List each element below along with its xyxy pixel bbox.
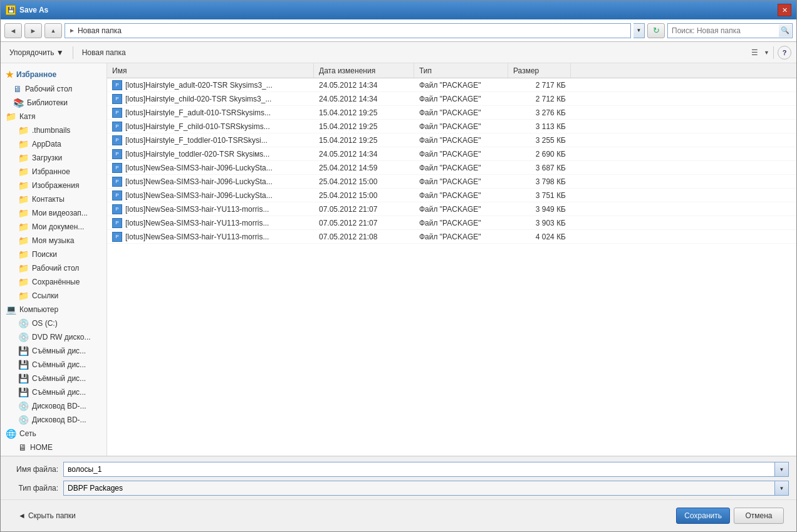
appdata-folder-icon: 📁 (18, 139, 29, 149)
table-row[interactable]: P [lotus]Hairstyle_F_child-010-TSRSkysim… (107, 120, 796, 133)
sidebar-item-links[interactable]: 📁 Ссылки (1, 289, 107, 303)
path-arrow: ► (69, 27, 75, 34)
file-cell-date: 15.04.2012 19:25 (314, 122, 414, 131)
filetype-input[interactable] (63, 481, 775, 496)
file-name-text: [lotus]NewSea-SIMS3-hair-YU113-morris... (125, 232, 269, 241)
sidebar-item-images[interactable]: 📁 Изображения (1, 179, 107, 192)
sidebar-item-desktop[interactable]: 🖥 Рабочий стол (1, 82, 107, 96)
sidebar-item-searches[interactable]: 📁 Поиски (1, 248, 107, 261)
filename-dropdown[interactable]: ▼ (775, 462, 789, 477)
sidebar-item-removable4[interactable]: 💾 Съёмный дис... (1, 385, 107, 399)
sidebar-item-os-c[interactable]: 💿 OS (C:) (1, 316, 107, 330)
view-button[interactable]: ☰ (746, 46, 763, 60)
file-cell-name: P [lotus]NewSea-SIMS3-hair-J096-LuckySta… (107, 177, 314, 187)
sidebar-item-appdata[interactable]: 📁 AppData (1, 137, 107, 151)
sidebar-item-contacts[interactable]: 📁 Контакты (1, 192, 107, 206)
table-row[interactable]: P [lotus]NewSea-SIMS3-hair-YU113-morris.… (107, 202, 796, 216)
file-cell-name: P [lotus]Hairstyle_adult-020-TSR Skysims… (107, 80, 314, 90)
save-button[interactable]: Сохранить (676, 508, 730, 524)
forward-button[interactable]: ► (24, 23, 42, 38)
search-input[interactable] (667, 23, 793, 38)
computer-icon: 💻 (6, 305, 16, 315)
back-button[interactable]: ◄ (4, 23, 22, 38)
table-row[interactable]: P [lotus]Hairstyle_child-020-TSR Skysims… (107, 92, 796, 106)
column-header-type[interactable]: Тип (414, 63, 508, 78)
table-row[interactable]: P [lotus]NewSea-SIMS3-hair-J096-LuckySta… (107, 175, 796, 189)
sidebar-item-computer[interactable]: 💻 Компьютер (1, 303, 107, 316)
sidebar-item-documents[interactable]: 📁 Мои докумен... (1, 220, 107, 234)
help-button[interactable]: ? (778, 46, 791, 60)
sidebar-item-downloads[interactable]: 📁 Загрузки (1, 151, 107, 165)
sidebar-item-thumbnails[interactable]: 📁 .thumbnails (1, 123, 107, 137)
package-icon: P (112, 232, 122, 242)
sidebar-item-removable3[interactable]: 💾 Съёмный дис... (1, 372, 107, 385)
sidebar-item-favorites2[interactable]: 📁 Избранное (1, 165, 107, 179)
up-button[interactable]: ▲ (44, 23, 62, 38)
sidebar-item-videos[interactable]: 📁 Мои видеозап... (1, 206, 107, 220)
sidebar-item-home[interactable]: 🖥 HOME (1, 441, 107, 454)
address-dropdown-button[interactable]: ▼ (633, 23, 645, 38)
file-name-text: [lotus]NewSea-SIMS3-hair-J096-LuckySta..… (125, 164, 273, 172)
file-cell-size: 2 712 КБ (508, 95, 571, 103)
file-cell-size: 3 255 КБ (508, 136, 571, 145)
sidebar-item-dvd[interactable]: 💿 DVD RW диско... (1, 330, 107, 344)
column-header-size[interactable]: Размер (508, 63, 571, 78)
file-cell-type: Файл "PACKAGE" (414, 81, 508, 90)
file-cell-date: 07.05.2012 21:07 (314, 205, 414, 214)
column-header-name[interactable]: Имя (107, 63, 314, 78)
file-cell-name: P [lotus]Hairstyle_toddler-020-TSR Skysi… (107, 149, 314, 159)
sidebar-item-desktop2[interactable]: 📁 Рабочий стол (1, 261, 107, 275)
file-cell-date: 07.05.2012 21:08 (314, 232, 414, 241)
file-cell-date: 25.04.2012 15:00 (314, 177, 414, 186)
sidebar-item-katya[interactable]: 📁 Катя (1, 110, 107, 123)
file-cell-name: P [lotus]Hairstyle_F_toddler-010-TSRSkys… (107, 135, 314, 145)
sidebar-item-bd1[interactable]: 💿 Дисковод BD-... (1, 399, 107, 413)
file-cell-name: P [lotus]NewSea-SIMS3-hair-J096-LuckySta… (107, 190, 314, 201)
new-folder-button[interactable]: Новая папка (78, 47, 130, 58)
table-row[interactable]: P [lotus]NewSea-SIMS3-hair-YU113-morris.… (107, 216, 796, 230)
toolbar-separator (73, 46, 73, 59)
sidebar-desktop-label: Рабочий стол (25, 85, 72, 93)
sidebar-bd2-label: Дисковод BD-... (32, 415, 86, 424)
table-row[interactable]: P [lotus]Hairstyle_adult-020-TSR Skysims… (107, 78, 796, 92)
sidebar-item-music[interactable]: 📁 Моя музыка (1, 234, 107, 248)
organize-button[interactable]: Упорядочить ▼ (6, 47, 68, 58)
file-name-text: [lotus]Hairstyle_toddler-020-TSR Skysiмs… (125, 150, 269, 159)
sidebar-item-removable1[interactable]: 💾 Съёмный дис... (1, 344, 107, 358)
table-row[interactable]: P [lotus]NewSea-SIMS3-hair-J096-LuckySta… (107, 189, 796, 202)
removable1-icon: 💾 (18, 346, 29, 356)
refresh-button[interactable]: ↻ (647, 23, 665, 38)
table-row[interactable]: P [lotus]Hairstyle_F_toddler-010-TSRSkys… (107, 133, 796, 147)
saved-folder-icon: 📁 (18, 277, 29, 287)
table-row[interactable]: P [lotus]NewSea-SIMS3-hair-J096-LuckySta… (107, 161, 796, 175)
cancel-button[interactable]: Отмена (734, 508, 784, 524)
file-cell-type: Файл "PACKAGE" (414, 108, 508, 117)
filetype-input-wrapper: ▼ (63, 481, 789, 496)
table-row[interactable]: P [lotus]Hairstyle_toddler-020-TSR Skysi… (107, 147, 796, 161)
toolbar: Упорядочить ▼ Новая папка ☰ ▼ ? (1, 42, 796, 63)
sidebar-bd1-label: Дисковод BD-... (32, 402, 86, 410)
sidebar-item-saved[interactable]: 📁 Сохранённые (1, 275, 107, 289)
katya-folder-icon: 📁 (6, 112, 16, 122)
sidebar-item-favorites[interactable]: ★ Избранное (1, 67, 107, 82)
search-button[interactable]: 🔍 (779, 24, 791, 37)
path-label: Новая папка (78, 26, 122, 35)
close-button[interactable]: ✕ (778, 4, 791, 16)
table-row[interactable]: P [lotus]Hairstyle_F_adult-010-TSRSkysim… (107, 106, 796, 120)
package-icon: P (112, 149, 122, 159)
file-cell-size: 4 024 КБ (508, 232, 571, 241)
hide-folders-button[interactable]: ◄ Скрыть папки (18, 511, 76, 520)
search-wrapper: 🔍 (667, 23, 793, 38)
sidebar-desktop2-label: Рабочий стол (32, 264, 79, 273)
column-header-date[interactable]: Дата изменения (314, 63, 414, 78)
sidebar-item-removable2[interactable]: 💾 Съёмный дис... (1, 358, 107, 372)
table-row[interactable]: P [lotus]NewSea-SIMS3-hair-YU113-morris.… (107, 230, 796, 244)
package-icon: P (112, 122, 122, 132)
filename-input[interactable] (63, 462, 775, 477)
sidebar-item-network[interactable]: 🌐 Сеть (1, 427, 107, 441)
sidebar-item-bd2[interactable]: 💿 Дисковод BD-... (1, 413, 107, 427)
bottom-bar: Имя файла: ▼ Тип файла: ▼ ◄ Скрыть папки… (1, 456, 796, 531)
sidebar: ★ Избранное 🖥 Рабочий стол 📚 Библиотеки … (1, 63, 107, 456)
sidebar-item-libraries[interactable]: 📚 Библиотеки (1, 96, 107, 110)
filetype-dropdown[interactable]: ▼ (775, 481, 789, 496)
